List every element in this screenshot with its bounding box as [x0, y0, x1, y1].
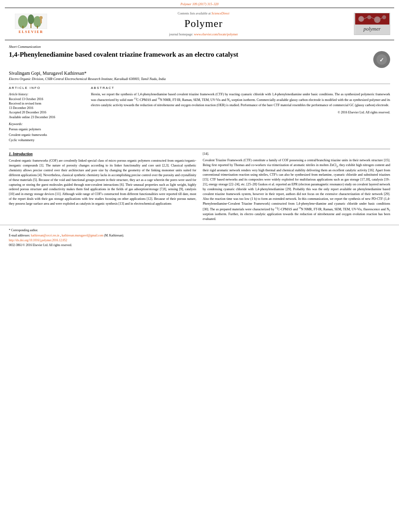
- footnote-area: * Corresponding author. E-mail addresses…: [0, 225, 399, 250]
- article-type: Short Communication: [9, 44, 390, 49]
- footnote-corresponding: * Corresponding author.: [9, 228, 390, 233]
- svg-point-13: [374, 16, 380, 23]
- keywords-label: Keywords:: [9, 122, 84, 126]
- svg-rect-5: [31, 23, 31, 28]
- article-body: Short Communication 1,4-Phenylenediamine…: [0, 40, 399, 222]
- svg-point-11: [358, 16, 364, 22]
- abstract-col: ABSTRACT Herein, we report the synthesis…: [91, 86, 390, 146]
- journal-center-header: Contents lists available at ScienceDirec…: [53, 11, 354, 37]
- section1-heading: 1. Introduction: [9, 152, 196, 157]
- affiliation-line: Electro Organic Division, CSIR-Central E…: [9, 77, 390, 82]
- article-info-header: ARTICLE INFO: [9, 86, 84, 90]
- email-2-link[interactable]: kathiresan.murugavel@gmail.com: [62, 234, 103, 237]
- elsevier-logo-area: ELSEVIER: [9, 14, 53, 35]
- received-date: Received 13 October 2016: [9, 97, 84, 101]
- received-revised-label: Received in revised form: [9, 101, 84, 106]
- divider-1: [9, 84, 390, 84]
- journal-header-bar: ELSEVIER Contents lists available at Sci…: [5, 8, 394, 40]
- available-date: Available online 23 December 2016: [9, 115, 84, 119]
- article-info-col: ARTICLE INFO Article history: Received 1…: [9, 86, 84, 146]
- journal-top-line: Polymer 109 (2017) 315–320: [0, 0, 399, 8]
- keywords-section: Keywords: Porous organic polymers Covale…: [9, 122, 84, 143]
- abstract-text: Herein, we report the synthesis of 1,4-p…: [91, 92, 390, 108]
- svg-rect-4: [23, 26, 23, 29]
- footnote-emails: E-mail addresses: kathiresan@cecri.res.i…: [9, 234, 390, 238]
- main-body-columns: 1. Introduction Covalent organic framewo…: [9, 152, 390, 222]
- svg-point-14: [382, 15, 386, 19]
- svg-point-12: [367, 15, 371, 19]
- crossmark-badge: ✓: [373, 51, 390, 68]
- body-left-col: 1. Introduction Covalent organic framewo…: [9, 152, 196, 222]
- sciencedirect-link[interactable]: ScienceDirect: [212, 12, 230, 15]
- email-1-link[interactable]: kathiresan@cecri.res.in: [31, 234, 60, 237]
- body-right-col: [14]. Covalent Triazine Framework (CTF) …: [203, 152, 390, 222]
- keyword-2: Covalent organic frameworks: [9, 132, 84, 138]
- svg-text:✓: ✓: [379, 57, 384, 63]
- svg-text:polymer: polymer: [363, 26, 381, 32]
- abstract-copyright: © 2016 Elsevier Ltd. All rights reserved…: [91, 110, 390, 115]
- homepage-label: journal homepage: www.elsevier.com/locat…: [53, 32, 354, 37]
- section1-right-text-start: [14].: [203, 152, 390, 156]
- polymer-logo-icon: polymer: [355, 13, 389, 35]
- issn-line: 0032-3861/© 2016 Elsevier Ltd. All right…: [9, 243, 390, 248]
- email-separator: ,: [60, 234, 61, 237]
- svg-point-7: [39, 16, 43, 19]
- contents-label: Contents lists available at ScienceDirec…: [53, 11, 354, 16]
- history-label: Article history:: [9, 92, 84, 97]
- revised-date: 13 December 2016: [9, 106, 84, 110]
- svg-rect-6: [37, 26, 38, 29]
- article-info-abstract: ARTICLE INFO Article history: Received 1…: [9, 86, 390, 146]
- keyword-1: Porous organic polymers: [9, 127, 84, 132]
- email-suffix: (M. Kathiresan).: [104, 234, 124, 237]
- elsevier-text: ELSEVIER: [19, 29, 43, 35]
- article-title: 1,4-Phenylenediamine based covalent tria…: [9, 50, 319, 59]
- authors-line: Sivalingam Gopi, Murugavel Kathiresan*: [9, 70, 390, 76]
- section1-right-text: Covalent Triazine Framework (CTF) consti…: [203, 158, 390, 222]
- article-history-section: Article history: Received 13 October 201…: [9, 92, 84, 119]
- keyword-3: Cyclic voltammetry: [9, 138, 84, 143]
- doi-line[interactable]: http://dx.doi.org/10.1016/j.polymer.2016…: [9, 238, 390, 243]
- section-divider: [9, 149, 390, 149]
- svg-rect-8: [40, 19, 42, 23]
- polymer-logo-box: polymer: [354, 13, 390, 35]
- journal-title-main: Polymer: [53, 16, 354, 31]
- section1-left-text: Covalent organic frameworks (COF) are co…: [9, 158, 196, 206]
- elsevier-tree-icon: [15, 14, 47, 29]
- accepted-date: Accepted 20 December 2016: [9, 110, 84, 115]
- homepage-link[interactable]: www.elsevier.com/locate/polymer: [194, 33, 238, 36]
- abstract-header: ABSTRACT: [91, 86, 390, 90]
- svg-point-2: [28, 14, 34, 24]
- crossmark-icon: ✓: [376, 54, 387, 65]
